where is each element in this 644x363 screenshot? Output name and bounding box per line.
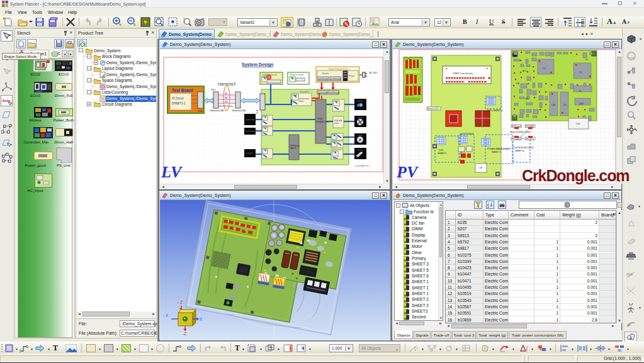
svg-text:Harness1-N2: Harness1-N2 [427,108,439,110]
svg-text:DIMM Conn Female: DIMM Conn Female [453,72,473,75]
svg-text:TOUCH SCRN CNTRL: TOUCH SCRN CNTRL [513,147,534,149]
svg-text:DVI1: DVI1 [439,149,444,152]
svg-text:YB-1: YB-1 [211,89,216,91]
svg-text:xyz: xyz [626,272,633,277]
svg-text:Cell: Cell [576,123,580,125]
svg-text:C06: C06 [551,104,555,106]
svg-text:Test Board: Test Board [172,88,193,92]
svg-text:SHEET 3: SHEET 3 [492,151,500,154]
svg-text:PV: PV [396,163,419,181]
svg-text:Teleboss Studio: Teleboss Studio [290,74,304,76]
svg-text:works: works [299,100,304,103]
svg-text:AmountCF: AmountCF [246,152,253,154]
svg-text:W2: W2 [225,97,228,99]
svg-text:CN1: CN1 [198,109,203,113]
svg-text:Motor: Motor [358,135,363,137]
svg-text:- Z: - Z [178,300,183,304]
svg-text:out12V/outVp: out12V/outVp [330,78,341,81]
svg-text:I4F: I4F [525,98,528,100]
svg-text:SHEET 6: SHEET 6 [438,152,446,155]
svg-text:System Design: System Design [242,62,273,67]
svg-text:Auto: Auto [2,99,11,103]
svg-text:Camera: Camera [357,100,363,102]
svg-text:A7.2: A7.2 [523,70,527,72]
svg-text:inp12V/inpVp: inp12V/inpVp [329,92,340,94]
svg-text:Controller: Controller [300,91,310,93]
svg-text:(c) SYSKEY Inc: (c) SYSKEY Inc [355,165,370,167]
svg-text:W3: W3 [225,101,228,103]
svg-text:Norrele: Norrele [322,72,329,75]
svg-text:C10: C10 [563,104,567,106]
svg-text:LV: LV [161,163,183,181]
svg-text:U7M: U7M [579,103,584,105]
svg-text:SHEET1-1: SHEET1-1 [172,102,186,105]
svg-text:W1: W1 [225,92,228,95]
svg-text:PV-CNT1: PV-CNT1 [526,138,534,140]
svg-text:- X: - X [163,313,169,318]
svg-text:FPGA: FPGA [317,118,322,120]
svg-text:Sensor input: Sensor input [246,119,254,121]
svg-text:X: X [200,317,203,321]
svg-text:Power: Power [349,75,355,77]
svg-text:DC fan: DC fan [358,117,363,119]
svg-text:Power switch: Power switch [246,130,255,132]
svg-text:AC 100V: AC 100V [370,72,377,74]
svg-text:▲DPY-0 SHEET 12: ▲DPY-0 SHEET 12 [485,109,503,112]
svg-text:Power Supply Works: Power Supply Works [329,68,349,70]
svg-text:I.4: I.4 [543,67,546,70]
svg-text:IO-1: IO-1 [256,109,259,114]
svg-text:W10/W11/Iws2p: W10/W11/Iws2p [219,105,233,108]
svg-text:V2: V2 [585,59,588,61]
svg-text:I.5: I.5 [579,70,582,74]
svg-text:C38: C38 [478,167,482,169]
svg-text:HarnessCN2: HarnessCN2 [232,109,246,112]
svg-text:WATTS: WATTS [290,147,297,150]
svg-text:-Z: -Z [183,332,186,336]
svg-text:out5V/out3p: out5V/out3p [319,78,329,81]
svg-text:HarnessX: HarnessX [218,82,236,86]
svg-text:L5: L5 [579,90,582,92]
svg-text:I7B: I7B [516,82,519,85]
svg-text:Display: Display [358,149,363,151]
svg-text:POWER MANAGEMENT: POWER MANAGEMENT [487,148,511,150]
svg-text:works: works [334,122,339,125]
svg-text:1: 1 [487,204,489,208]
svg-text:x: x [626,289,628,293]
svg-text:SHEET 21: SHEET 21 [515,150,524,152]
svg-text:IO Circuit: IO Circuit [172,97,184,100]
svg-text:HarnessCN1: HarnessCN1 [210,109,224,112]
